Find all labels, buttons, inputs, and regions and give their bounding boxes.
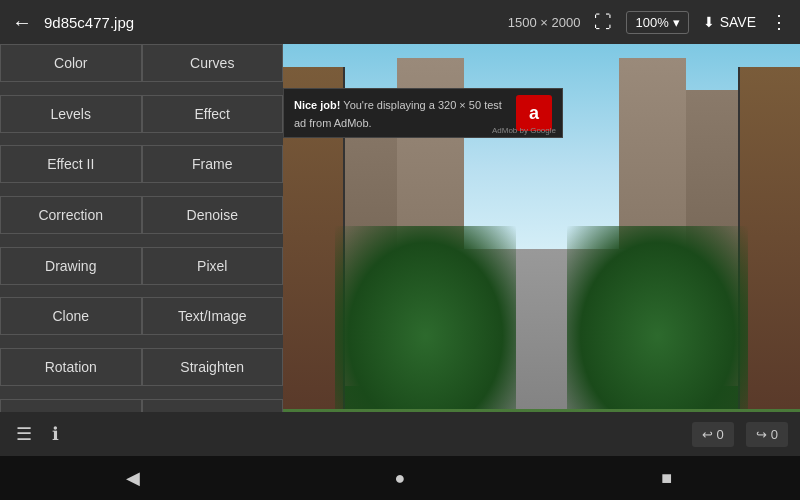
- top-bar-left: ← 9d85c477.jpg: [12, 11, 498, 34]
- tool-btn-pixel[interactable]: Pixel: [142, 247, 284, 285]
- nav-home-button[interactable]: ●: [380, 458, 420, 498]
- tool-btn-text-image[interactable]: Text/Image: [142, 297, 284, 335]
- redo-icon: ↪: [756, 427, 767, 442]
- tool-btn-drawing[interactable]: Drawing: [0, 247, 142, 285]
- back-button[interactable]: ←: [12, 11, 32, 34]
- tool-btn-levels[interactable]: Levels: [0, 95, 142, 133]
- nav-recents-button[interactable]: ■: [647, 458, 687, 498]
- save-download-icon: ⬇: [703, 14, 715, 30]
- tool-btn-rotation[interactable]: Rotation: [0, 348, 142, 386]
- zoom-level: 100%: [635, 15, 668, 30]
- save-button[interactable]: ⬇ SAVE: [703, 14, 756, 30]
- tool-btn-frame[interactable]: Frame: [142, 145, 284, 183]
- bottom-nav-bar: ◀ ● ■: [0, 456, 800, 500]
- top-bar-right: 1500 × 2000 ⛶ 100% ▾ ⬇ SAVE ⋮: [508, 11, 788, 34]
- tool-btn-correction[interactable]: Correction: [0, 196, 142, 234]
- tool-btn-curves[interactable]: Curves: [142, 44, 284, 82]
- zoom-chevron-icon: ▾: [673, 15, 680, 30]
- trees-right: [567, 226, 748, 408]
- tool-btn-effect2[interactable]: Effect II: [0, 145, 142, 183]
- tool-btn-clone[interactable]: Clone: [0, 297, 142, 335]
- top-bar: ← 9d85c477.jpg 1500 × 2000 ⛶ 100% ▾ ⬇ SA…: [0, 0, 800, 44]
- tool-btn-effect[interactable]: Effect: [142, 95, 284, 133]
- tool-panel-bottom-bar: ☰ ℹ: [0, 412, 283, 456]
- zoom-button[interactable]: 100% ▾: [626, 11, 688, 34]
- image-size-label: 1500 × 2000: [508, 15, 581, 30]
- undo-count: 0: [717, 427, 724, 442]
- image-bottom-bar: ↩ 0 ↪ 0: [283, 412, 800, 456]
- image-area: Nice job! You're displaying a 320 × 50 t…: [283, 44, 800, 500]
- ad-text-strong: Nice job!: [294, 99, 340, 111]
- ad-banner: Nice job! You're displaying a 320 × 50 t…: [283, 88, 563, 138]
- tool-btn-denoise[interactable]: Denoise: [142, 196, 284, 234]
- menu-icon-button[interactable]: ☰: [16, 423, 32, 445]
- expand-icon[interactable]: ⛶: [594, 12, 612, 33]
- tool-btn-color[interactable]: Color: [0, 44, 142, 82]
- ad-text: Nice job! You're displaying a 320 × 50 t…: [294, 99, 502, 129]
- filename-label: 9d85c477.jpg: [44, 14, 134, 31]
- admob-label: AdMob by Google: [492, 126, 556, 135]
- nav-back-button[interactable]: ◀: [113, 458, 153, 498]
- tool-btn-straighten[interactable]: Straighten: [142, 348, 284, 386]
- redo-button[interactable]: ↪ 0: [746, 422, 788, 447]
- info-icon-button[interactable]: ℹ: [52, 423, 59, 445]
- trees-left: [335, 226, 516, 408]
- redo-count: 0: [771, 427, 778, 442]
- save-label: SAVE: [720, 14, 756, 30]
- undo-button[interactable]: ↩ 0: [692, 422, 734, 447]
- undo-icon: ↩: [702, 427, 713, 442]
- more-menu-icon[interactable]: ⋮: [770, 11, 788, 33]
